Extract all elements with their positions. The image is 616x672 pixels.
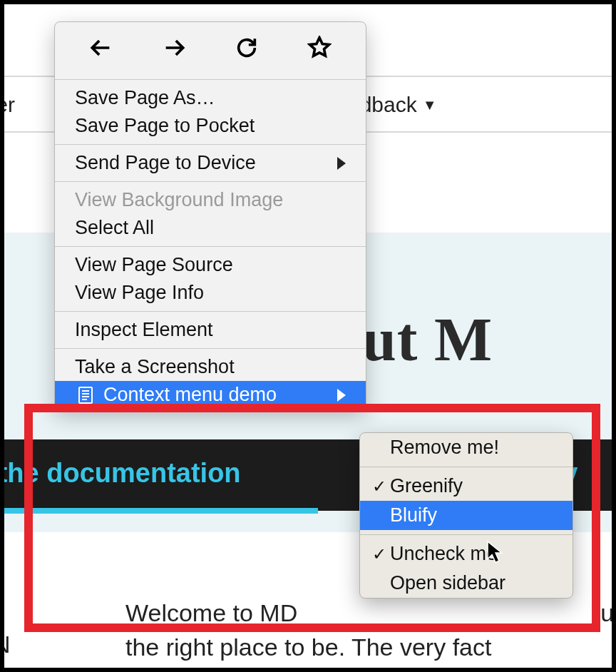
body-fragment-on: N (4, 631, 11, 658)
menu-take-screenshot[interactable]: Take a Screenshot (55, 353, 366, 381)
menu-view-page-source[interactable]: View Page Source (55, 251, 366, 279)
body-paragraph: Welcome to MDxxxxxxxxxxxxxxxxxxxxxxxxxug… (125, 596, 612, 664)
nav-item-left-fragment[interactable]: fer (4, 93, 15, 117)
check-icon: ✓ (369, 477, 390, 497)
menu-view-background-image: View Background Image (55, 186, 366, 214)
submenu-open-sidebar[interactable]: Open sidebar (360, 569, 573, 598)
cta-underline (4, 508, 318, 514)
submenu-arrow-icon (337, 157, 346, 170)
nav-label: fer (4, 93, 15, 117)
submenu-remove-me[interactable]: Remove me! (360, 433, 573, 462)
page-icon (75, 386, 96, 404)
menu-context-menu-demo[interactable]: Context menu demo (55, 381, 366, 409)
cta-link-documentation[interactable]: e the documentation (4, 458, 241, 489)
check-icon: ✓ (369, 544, 390, 564)
svg-rect-0 (79, 387, 92, 403)
back-icon[interactable] (81, 34, 121, 62)
context-menu: Save Page As… Save Page to Pocket Send P… (54, 21, 366, 409)
menu-send-to-device[interactable]: Send Page to Device (55, 149, 366, 177)
context-submenu: Remove me! ✓ Greenify Bluify ✓ Uncheck m… (359, 432, 573, 599)
submenu-uncheck-me[interactable]: ✓ Uncheck me (360, 539, 573, 569)
submenu-arrow-icon (337, 389, 346, 402)
submenu-greenify[interactable]: ✓ Greenify (360, 472, 573, 501)
reload-icon[interactable] (227, 34, 267, 62)
menu-select-all[interactable]: Select All (55, 214, 366, 242)
menu-save-to-pocket[interactable]: Save Page to Pocket (55, 112, 366, 140)
menu-view-page-info[interactable]: View Page Info (55, 279, 366, 307)
menu-save-page-as[interactable]: Save Page As… (55, 84, 366, 112)
menu-inspect-element[interactable]: Inspect Element (55, 316, 366, 344)
bookmark-star-icon[interactable] (299, 34, 339, 62)
submenu-bluify[interactable]: Bluify (360, 501, 573, 530)
chevron-down-icon: ▼ (423, 97, 437, 113)
forward-icon[interactable] (154, 34, 194, 62)
